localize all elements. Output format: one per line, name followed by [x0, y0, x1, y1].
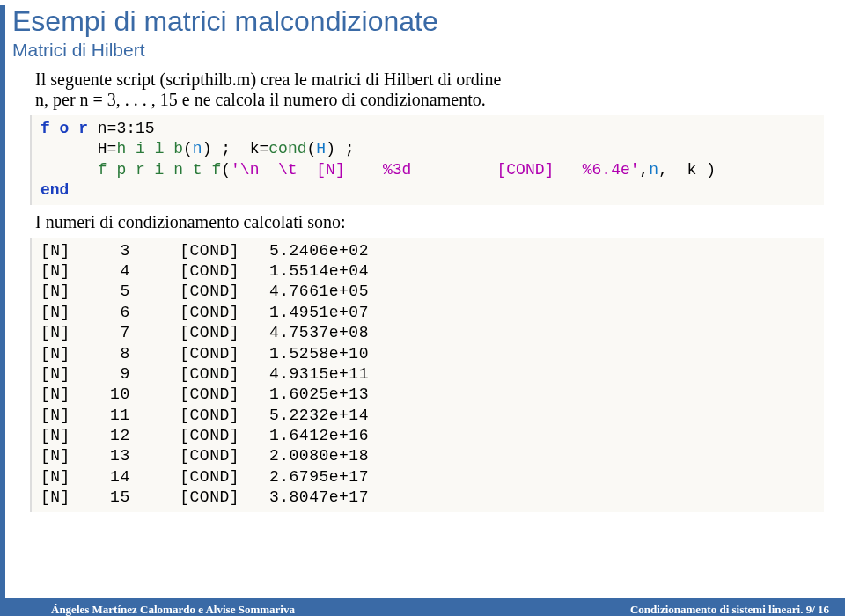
code-indent — [40, 161, 98, 179]
keyword-end: end — [40, 181, 69, 199]
code-block-script: f o r n=3:15 H=h i l b(n) ; k=cond(H) ; … — [30, 115, 824, 205]
format-string: '\n \t [N] %3d [COND] %6.4e' — [231, 161, 639, 179]
output-row: [N] 12 [COND] 1.6412e+16 — [40, 426, 819, 446]
footer-page: Condizionamento di sistemi lineari. 9/ 1… — [295, 603, 845, 616]
output-row: [N] 5 [COND] 4.7661e+05 — [40, 282, 819, 302]
footer: Ángeles Martínez Calomardo e Alvise Somm… — [0, 598, 845, 616]
output-row: [N] 7 [COND] 4.7537e+08 — [40, 323, 819, 343]
code-line-1: f o r n=3:15 — [40, 119, 819, 139]
code-line-4: end — [40, 180, 819, 201]
output-row: [N] 6 [COND] 1.4951e+07 — [40, 303, 819, 323]
func-hilb: h i l b — [116, 140, 183, 158]
code-line-2: H=h i l b(n) ; k=cond(H) ; — [40, 139, 819, 159]
output-row: [N] 14 [COND] 2.6795e+17 — [40, 467, 819, 488]
func-fprintf: f p r i n t f — [98, 161, 221, 179]
keyword-for: f o r — [40, 120, 88, 137]
output-row: [N] 3 [COND] 5.2406e+02 — [40, 241, 819, 261]
page-subtitle: Matrici di Hilbert — [12, 40, 845, 61]
output-block: [N] 3 [COND] 5.2406e+02[N] 4 [COND] 1.55… — [30, 238, 824, 512]
output-row: [N] 15 [COND] 3.8047e+17 — [40, 488, 819, 508]
output-row: [N] 4 [COND] 1.5514e+04 — [40, 261, 819, 282]
output-row: [N] 10 [COND] 1.6025e+13 — [40, 385, 819, 405]
mid-text: I numeri di condizionamento calcolati so… — [35, 212, 845, 232]
code-expr: n=3:15 — [88, 120, 155, 137]
code-indent: H= — [40, 140, 116, 158]
output-row: [N] 8 [COND] 1.5258e+10 — [40, 344, 819, 364]
output-row: [N] 13 [COND] 2.0080e+18 — [40, 446, 819, 466]
page-title: Esempi di matrici malcondizionate — [12, 5, 845, 38]
paren: ( — [221, 161, 231, 179]
intro-text: Il seguente script (scripthilb.m) crea l… — [35, 70, 845, 110]
code-frag: , k ) — [658, 161, 716, 179]
code-line-3: f p r i n t f('\n \t [N] %3d [COND] %6.4… — [40, 160, 819, 180]
intro-line-2: n, per n = 3, . . . , 15 e ne calcola il… — [35, 90, 486, 109]
arg-n2: n — [649, 161, 658, 179]
arg-n: n — [193, 140, 202, 158]
arg-h: H — [316, 140, 326, 158]
accent-bar — [0, 5, 5, 616]
code-frag: ) ; — [326, 140, 354, 158]
output-row: [N] 9 [COND] 4.9315e+11 — [40, 364, 819, 385]
comma: , — [640, 161, 650, 179]
code-frag: ) ; k= — [202, 140, 269, 158]
footer-authors: Ángeles Martínez Calomardo e Alvise Somm… — [0, 603, 295, 616]
paren: ( — [307, 140, 317, 158]
slide: Esempi di matrici malcondizionate Matric… — [0, 5, 845, 616]
intro-line-1: Il seguente script (scripthilb.m) crea l… — [35, 70, 501, 89]
paren: ( — [183, 140, 193, 158]
func-cond: cond — [268, 140, 306, 158]
output-row: [N] 11 [COND] 5.2232e+14 — [40, 406, 819, 426]
